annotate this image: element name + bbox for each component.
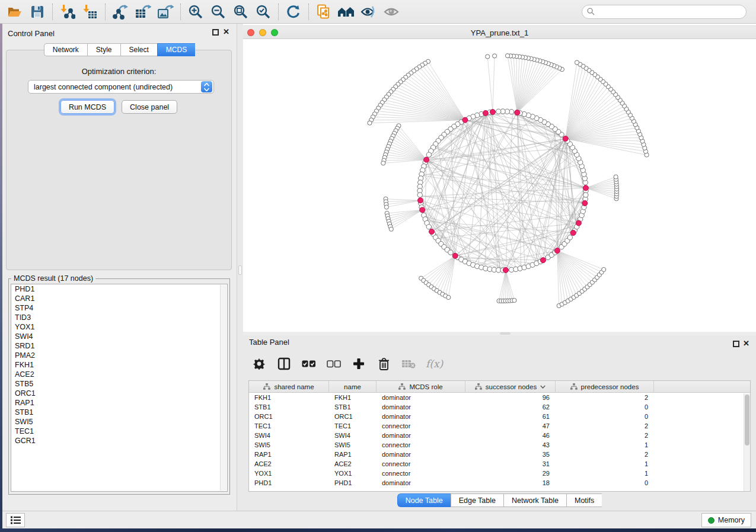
splitter-handle[interactable]	[500, 332, 511, 335]
mcds-result-item[interactable]: SRD1	[11, 341, 227, 351]
deselect-all-button[interactable]	[326, 356, 342, 371]
cell-successor-nodes: 31	[465, 460, 556, 467]
task-history-button[interactable]	[6, 513, 25, 527]
mcds-result-item[interactable]: FKH1	[11, 360, 227, 370]
eye-icon	[383, 5, 400, 19]
table-panel-tab[interactable]: Motifs	[566, 493, 602, 507]
clear-table-button[interactable]	[401, 356, 416, 371]
mcds-result-item[interactable]: SWI4	[11, 332, 227, 341]
search-box[interactable]	[582, 5, 747, 19]
table-header-row: shared name name MCDS r	[249, 381, 750, 393]
table-row[interactable]: FKH1 FKH1 dominator 96 2	[249, 393, 750, 402]
cell-shared-name: ORC1	[249, 413, 329, 420]
close-panel-icon[interactable]: ✕	[743, 339, 749, 348]
mcds-result-item[interactable]: TEC1	[11, 427, 227, 436]
share-network-document-button[interactable]	[314, 2, 333, 21]
mcds-result-item[interactable]: YOX1	[11, 322, 227, 332]
hide-graphics-details-button[interactable]	[359, 2, 378, 21]
table-column-header[interactable]: MCDS role	[377, 381, 465, 392]
mcds-result-item[interactable]: STB5	[11, 379, 227, 389]
optimization-criterion-select[interactable]: largest connected component (undirected)	[28, 80, 214, 94]
table-settings-button[interactable]	[251, 356, 267, 371]
memory-button[interactable]: Memory	[701, 513, 751, 527]
import-network-icon	[60, 4, 75, 20]
import-table-button[interactable]	[81, 2, 100, 21]
table-row[interactable]: RAP1 RAP1 dominator 35 2	[249, 450, 750, 459]
table-column-header[interactable]: successor nodes	[465, 381, 556, 392]
float-window-icon[interactable]	[733, 341, 739, 347]
vertical-splitter[interactable]	[237, 24, 243, 511]
zoom-out-button[interactable]	[209, 2, 228, 21]
delete-column-button[interactable]	[376, 356, 391, 371]
control-panel-tab[interactable]: Network	[44, 43, 87, 56]
refresh-view-button[interactable]	[284, 2, 303, 21]
mcds-result-item[interactable]: ACE2	[11, 370, 227, 379]
cell-successor-nodes: 62	[465, 403, 556, 411]
table-row[interactable]: ACE2 ACE2 connector 31 1	[249, 459, 750, 469]
splitter-handle[interactable]	[238, 265, 242, 275]
zoom-selected-button[interactable]	[254, 2, 273, 21]
export-table-button[interactable]	[133, 2, 152, 21]
function-builder-button[interactable]: f(x)	[426, 358, 443, 370]
table-row[interactable]: ORC1 ORC1 dominator 61 0	[249, 412, 750, 421]
zoom-in-button[interactable]	[186, 2, 205, 21]
table-column-header[interactable]: name	[329, 381, 377, 392]
search-input[interactable]	[598, 8, 741, 16]
table-panel-tab[interactable]: Network Table	[503, 493, 566, 507]
mcds-result-item[interactable]: PMA2	[11, 351, 227, 360]
zoom-fit-button[interactable]	[231, 2, 250, 21]
table-row[interactable]: YOX1 YOX1 connector 29 1	[249, 469, 750, 478]
mcds-list-scrollbar[interactable]	[220, 285, 227, 491]
run-mcds-button[interactable]: Run MCDS	[60, 100, 114, 114]
table-row[interactable]: PHD1 PHD1 dominator 18 0	[249, 478, 750, 488]
show-columns-button[interactable]	[276, 356, 292, 371]
cell-shared-name: STB1	[249, 403, 329, 411]
mcds-result-item[interactable]: PHD1	[11, 284, 227, 294]
control-panel-tab[interactable]: Style	[87, 43, 120, 56]
mcds-result-item[interactable]: STB1	[11, 408, 227, 417]
table-scrollbar[interactable]	[744, 393, 750, 491]
cell-shared-name: SWI4	[249, 432, 329, 439]
table-row[interactable]: STB1 STB1 dominator 62 0	[249, 402, 750, 412]
select-all-button[interactable]	[301, 356, 317, 371]
show-graphics-details-button[interactable]	[382, 2, 401, 21]
mcds-result-item[interactable]: SWI5	[11, 417, 227, 427]
save-session-button[interactable]	[28, 2, 47, 21]
control-panel-tab[interactable]: Select	[120, 43, 157, 56]
scrollbar-thumb[interactable]	[745, 395, 749, 446]
network-canvas[interactable]	[243, 39, 756, 332]
close-panel-button[interactable]: Close panel	[122, 100, 177, 114]
cell-name: FKH1	[329, 394, 377, 401]
mcds-result-item[interactable]: ORC1	[11, 389, 227, 398]
import-network-button[interactable]	[58, 2, 77, 21]
mcds-result-list[interactable]: PHD1 CAR1 STP4 TID3 YOX1 SWI4 SRD1 PMA2 …	[11, 284, 228, 492]
table-column-header[interactable]: shared name	[249, 381, 329, 392]
mcds-result-item[interactable]: GCR1	[11, 436, 227, 446]
table-panel-tab[interactable]: Node Table	[397, 493, 451, 507]
mcds-result-item[interactable]: STP4	[11, 303, 227, 313]
mcds-result-item[interactable]: RAP1	[11, 398, 227, 408]
column-label: successor nodes	[486, 383, 537, 390]
table-column-header[interactable]: predecessor nodes	[556, 381, 654, 392]
open-session-button[interactable]	[5, 2, 24, 21]
network-manager-button[interactable]	[337, 2, 356, 21]
cell-mcds-role: connector	[377, 470, 465, 477]
float-window-icon[interactable]	[212, 29, 219, 36]
export-network-button[interactable]	[111, 2, 130, 21]
cell-successor-nodes: 29	[465, 470, 556, 477]
attribute-tree-icon	[475, 383, 482, 390]
add-column-button[interactable]	[351, 356, 366, 371]
export-image-button[interactable]	[156, 2, 175, 21]
mcds-result-item[interactable]: CAR1	[11, 294, 227, 303]
table-row[interactable]: TEC1 TEC1 connector 47 2	[249, 421, 750, 431]
table-row[interactable]: SWI4 SWI4 dominator 46 2	[249, 431, 750, 440]
close-panel-icon[interactable]: ✕	[223, 27, 229, 37]
control-panel-tab[interactable]: MCDS	[157, 43, 195, 56]
cell-successor-nodes: 47	[465, 422, 556, 430]
table-row[interactable]: SWI5 SWI5 connector 43 1	[249, 440, 750, 450]
cell-name: TEC1	[329, 422, 377, 430]
table-panel-tab[interactable]: Edge Table	[451, 493, 503, 507]
mcds-result-item[interactable]: TID3	[11, 313, 227, 322]
table-column-header[interactable]	[654, 381, 750, 392]
zoom-fit-icon	[233, 4, 248, 20]
